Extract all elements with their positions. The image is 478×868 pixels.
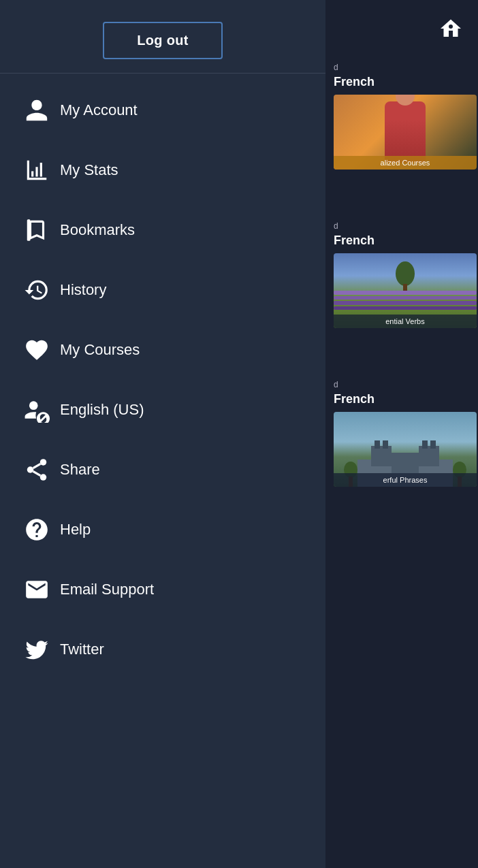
svg-point-18 (27, 466, 34, 473)
woman-figure (385, 101, 426, 163)
svg-point-1 (396, 261, 415, 286)
menu-item-history[interactable]: History (0, 260, 325, 320)
share-icon (19, 455, 54, 485)
menu-label-email-support: Email Support (60, 581, 154, 598)
account-icon (19, 95, 54, 125)
svg-rect-6 (392, 453, 419, 473)
drawer-menu: My Account My Stats Bookmarks (0, 74, 325, 868)
woman-head (396, 95, 415, 106)
course-section-3: d French (325, 374, 478, 492)
twitter-icon (19, 634, 54, 664)
course-overlay-3: erful Phrases (334, 473, 477, 487)
svg-rect-4 (371, 446, 392, 466)
course-section-2: d French ential Verbs (325, 216, 478, 334)
course-section-1: d French alized Courses (325, 57, 478, 175)
menu-label-bookmarks: Bookmarks (60, 221, 135, 239)
menu-label-share: Share (60, 461, 100, 479)
course-title-1: French (334, 75, 470, 89)
svg-line-20 (33, 471, 41, 475)
logout-button[interactable]: Log out (103, 22, 222, 59)
menu-item-my-account[interactable]: My Account (0, 80, 325, 140)
course-overlay-1: alized Courses (334, 156, 477, 170)
menu-item-twitter[interactable]: Twitter (0, 620, 325, 679)
svg-rect-8 (383, 440, 388, 449)
menu-item-help[interactable]: Help (0, 500, 325, 560)
menu-item-email-support[interactable]: Email Support (0, 560, 325, 620)
menu-item-share[interactable]: Share (0, 440, 325, 500)
course-label-small-2: d (334, 221, 470, 231)
right-panel-header (325, 0, 478, 57)
course-image-2[interactable]: ential Verbs (334, 253, 477, 328)
svg-point-19 (40, 474, 47, 481)
menu-label-history: History (60, 281, 106, 299)
menu-label-twitter: Twitter (60, 641, 104, 658)
menu-label-my-courses: My Courses (60, 341, 140, 359)
course-title-2: French (334, 234, 470, 248)
course-title-3: French (334, 392, 470, 406)
bookmarks-icon (19, 215, 54, 245)
history-icon (19, 275, 54, 305)
svg-point-17 (40, 459, 47, 466)
menu-item-bookmarks[interactable]: Bookmarks (0, 200, 325, 260)
course-label-small-1: d (334, 63, 470, 72)
menu-label-my-account: My Account (60, 101, 138, 119)
drawer-header: Log out (0, 0, 325, 74)
heart-icon (19, 335, 54, 365)
stats-icon (19, 155, 54, 185)
svg-point-0 (449, 25, 453, 29)
menu-item-my-stats[interactable]: My Stats (0, 140, 325, 200)
svg-rect-10 (430, 440, 436, 449)
home-icon[interactable] (434, 12, 467, 45)
menu-label-my-stats: My Stats (60, 161, 118, 179)
svg-rect-15 (27, 219, 31, 241)
language-icon (19, 395, 54, 425)
menu-item-my-courses[interactable]: My Courses (0, 320, 325, 380)
svg-line-21 (33, 464, 41, 468)
menu-label-language: English (US) (60, 401, 144, 419)
right-panel: d French alized Courses d French (325, 0, 478, 868)
menu-item-language[interactable]: English (US) (0, 380, 325, 440)
help-icon (19, 515, 54, 545)
course-image-3[interactable]: erful Phrases (334, 412, 477, 487)
course-image-1[interactable]: alized Courses (334, 95, 477, 170)
svg-rect-5 (419, 446, 439, 466)
email-icon (19, 575, 54, 605)
drawer: Log out My Account My Stats (0, 0, 325, 868)
menu-label-help: Help (60, 521, 91, 539)
svg-rect-9 (422, 440, 428, 449)
course-overlay-2: ential Verbs (334, 315, 477, 328)
svg-point-16 (29, 401, 38, 410)
svg-rect-7 (375, 440, 380, 449)
course-label-small-3: d (334, 380, 470, 389)
